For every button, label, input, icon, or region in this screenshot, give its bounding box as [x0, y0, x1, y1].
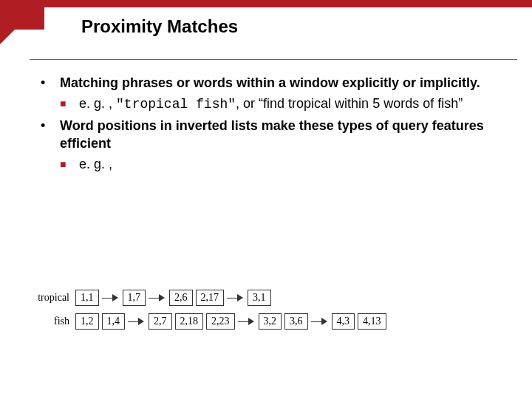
posting-cell: 3,1	[248, 290, 271, 306]
posting-cell: 2,18	[175, 313, 204, 330]
content-area: • Matching phrases or words within a win…	[41, 74, 502, 176]
arrow-icon	[248, 318, 254, 325]
bullet-square-icon: ■	[60, 95, 79, 113]
bullet-level2: ■ e. g. ,	[60, 155, 502, 173]
posting-cell: 1,7	[123, 290, 146, 306]
arrow-icon	[159, 294, 165, 301]
bullet-level1: • Word positions in inverted lists make …	[41, 117, 502, 153]
posting-cell: 2,17	[196, 290, 225, 306]
bullet-level1: • Matching phrases or words within a win…	[41, 74, 502, 92]
posting-cell: 2,6	[169, 290, 193, 306]
slide-title: Proximity Matches	[81, 16, 532, 37]
bullet-level2: ■ e. g. , "tropical fish", or “find trop…	[60, 95, 502, 113]
bullet-dot-icon: •	[41, 117, 60, 153]
posting-cell: 4,13	[358, 313, 386, 330]
posting-row: tropical1,11,72,62,173,1	[22, 288, 517, 307]
arrow-icon	[321, 318, 327, 325]
inverted-list-diagram: tropical1,11,72,62,173,1fish1,21,42,72,1…	[22, 288, 517, 335]
posting-cell: 2,23	[206, 313, 235, 330]
posting-cell: 2,7	[149, 313, 172, 330]
title-container: Proximity Matches	[44, 7, 532, 46]
arrow-icon	[112, 294, 118, 301]
term-label: fish	[22, 316, 75, 327]
posting-cell: 1,2	[75, 313, 99, 330]
arrow-icon	[138, 318, 144, 325]
term-label: tropical	[22, 292, 75, 304]
divider	[30, 59, 517, 60]
posting-cell: 3,6	[284, 313, 308, 330]
bullet-text: e. g. , "tropical fish", or “find tropic…	[79, 95, 502, 113]
bullet-text: e. g. ,	[79, 155, 502, 173]
bullet-square-icon: ■	[60, 155, 79, 173]
text-prefix: e. g. ,	[79, 96, 116, 111]
posting-cell: 3,2	[259, 313, 282, 330]
code-text: "tropical fish"	[116, 97, 236, 112]
posting-cell: 1,4	[102, 313, 126, 330]
arrow-icon	[237, 294, 243, 301]
bullet-text: Word positions in inverted lists make th…	[60, 117, 502, 153]
bullet-text: Matching phrases or words within a windo…	[60, 74, 502, 92]
posting-cell: 1,1	[75, 290, 99, 306]
bullet-dot-icon: •	[41, 74, 60, 92]
posting-cell: 4,3	[332, 313, 355, 330]
posting-row: fish1,21,42,72,182,233,23,64,34,13	[22, 312, 517, 331]
text-suffix: , or “find tropical within 5 words of fi…	[236, 96, 463, 111]
